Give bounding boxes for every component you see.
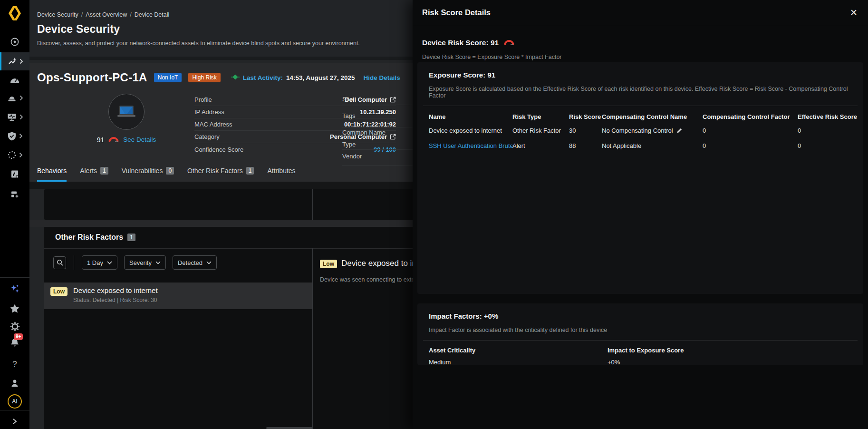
risk-factor-title: Device exposed to internet <box>73 286 158 294</box>
status-dropdown[interactable]: Detected <box>173 255 217 270</box>
table-divider <box>423 340 858 341</box>
tab-label: Alerts <box>80 167 97 175</box>
exposure-table-row: Device exposed to internet Other Risk Fa… <box>417 123 863 138</box>
device-name: Ops-Support-PC-1A <box>37 71 147 84</box>
sparkles-icon <box>9 283 20 294</box>
tab-alerts[interactable]: Alerts 1 <box>80 167 108 182</box>
sidebar-item-workflow[interactable] <box>0 146 29 164</box>
sidebar-item-settings[interactable] <box>0 318 29 335</box>
device-security-app: 9+ ? AI Device Security Asset Overview D… <box>0 0 868 429</box>
search-button[interactable] <box>53 256 66 269</box>
last-activity-label: Last Activity: <box>243 74 283 81</box>
tab-vulnerabilities[interactable]: Vulnerabilities 0 <box>122 167 174 182</box>
tab-behaviors[interactable]: Behaviors <box>37 167 67 182</box>
column-header: Risk Score <box>569 113 602 120</box>
sidebar-item-discover[interactable] <box>0 33 29 50</box>
star-icon <box>10 303 20 313</box>
field-label: MAC Address <box>194 121 232 128</box>
breadcrumb-device-detail[interactable]: Device Detail <box>135 11 170 18</box>
column-header: Impact to Exposure Score <box>608 347 858 354</box>
risk-factor-list-item[interactable]: Low Device exposed to internet Status: D… <box>44 283 312 309</box>
blocks-plus-icon <box>10 189 19 199</box>
shield-check-icon <box>7 131 17 141</box>
monitor-pulse-icon <box>7 112 17 122</box>
sidebar-item-ai-copilot[interactable] <box>0 280 29 297</box>
chevron-right-icon <box>19 152 23 158</box>
table-divider <box>423 106 858 106</box>
horizontal-scrollbar[interactable] <box>266 427 312 429</box>
non-iot-badge: Non IoT <box>154 73 182 82</box>
tab-label: Vulnerabilities <box>122 167 163 175</box>
impact-factors-description: Impact Factor is associated with the cri… <box>417 320 863 333</box>
tab-label: Attributes <box>267 167 295 175</box>
field-label-vendor: Vendor <box>342 153 362 160</box>
impact-table-header: Asset Criticality Impact to Exposure Sco… <box>417 344 863 356</box>
compensating-control-name: Not Applicable <box>602 142 703 149</box>
section-count-badge: 1 <box>127 234 135 241</box>
sidebar-item-ai-profile[interactable]: AI <box>0 393 29 410</box>
risk-gauge-icon <box>108 136 119 144</box>
see-details-link[interactable]: See Details <box>123 136 156 143</box>
sidebar-item-dashboard[interactable] <box>0 71 29 88</box>
sidebar-item-reports[interactable] <box>0 166 29 183</box>
tab-count-badge: 0 <box>166 167 174 175</box>
exposure-table-row: SSH User Authentication Brute... Alert 8… <box>417 138 863 153</box>
sidebar: 9+ ? AI <box>0 0 29 429</box>
impact-factors-card: Impact Factors: +0% Impact Factor is ass… <box>417 303 863 365</box>
filter-row: 1 Day Severity Detected <box>53 255 217 270</box>
radar-icon <box>10 37 20 47</box>
field-label-site: Site <box>342 96 353 103</box>
sidebar-item-device-security[interactable] <box>0 52 29 70</box>
field-label: Confidence Score <box>194 146 243 153</box>
bell-icon: 9+ <box>10 338 19 348</box>
tab-count-badge: 1 <box>100 167 108 175</box>
sidebar-item-favorites[interactable] <box>0 300 29 317</box>
risk-factor-status: Status: Detected | Risk Score: 30 <box>73 297 158 303</box>
chevron-down-icon <box>107 261 112 264</box>
risk-name: Device exposed to internet <box>429 127 512 134</box>
exposure-table-header: Name Risk Type Risk Score Compensating C… <box>417 110 863 123</box>
laptop-image <box>116 105 137 119</box>
edit-pencil-icon[interactable] <box>676 127 683 134</box>
sidebar-item-integrations[interactable] <box>0 185 29 203</box>
chevron-down-icon <box>206 261 212 264</box>
chevron-right-icon <box>12 418 17 425</box>
device-risk-score-line: Device Risk Score: 91 <box>422 39 868 47</box>
sidebar-item-help[interactable]: ? <box>0 356 29 373</box>
sidebar-item-alerts[interactable] <box>0 89 29 107</box>
dropdown-value: Severity <box>129 259 152 266</box>
column-header: Effective Risk Score <box>798 113 858 120</box>
breadcrumb-device-security[interactable]: Device Security <box>37 11 83 18</box>
impact-to-exposure-score: +0% <box>608 359 858 366</box>
close-icon[interactable]: ✕ <box>850 8 858 17</box>
notification-count-badge: 9+ <box>14 333 23 340</box>
sidebar-item-monitor[interactable] <box>0 108 29 126</box>
tab-other-risk-factors[interactable]: Other Risk Factors 1 <box>187 167 254 182</box>
column-header: Compensating Control Factor <box>703 113 798 120</box>
sidebar-item-notifications[interactable]: 9+ <box>0 334 29 351</box>
risk-type: Other Risk Factor <box>512 127 569 134</box>
severity-dropdown[interactable]: Severity <box>124 255 166 270</box>
filter-separator <box>74 255 74 270</box>
field-label: Category <box>194 133 220 140</box>
column-header: Risk Type <box>512 113 569 120</box>
sidebar-divider <box>0 410 29 410</box>
breadcrumb-asset-overview[interactable]: Asset Overview <box>86 11 131 18</box>
gear-icon <box>10 322 20 332</box>
time-range-dropdown[interactable]: 1 Day <box>82 255 117 270</box>
tab-label: Other Risk Factors <box>187 167 243 175</box>
online-status-icon <box>231 74 240 81</box>
risk-name-link[interactable]: SSH User Authentication Brute... <box>429 142 512 149</box>
overlay-title: Risk Score Details <box>422 8 491 17</box>
tab-attributes[interactable]: Attributes <box>267 167 295 182</box>
last-activity: Last Activity: 14:53, August 27, 2025 <box>231 74 355 81</box>
report-icon <box>10 169 19 179</box>
sidebar-expand-button[interactable] <box>0 413 29 429</box>
siren-icon <box>7 93 17 103</box>
sidebar-item-account[interactable] <box>0 375 29 392</box>
brand-logo-icon[interactable] <box>6 5 23 22</box>
avatar: AI <box>8 394 22 409</box>
field-label-tags: Tags <box>342 112 355 119</box>
sidebar-item-protection[interactable] <box>0 127 29 145</box>
severity-badge: Low <box>50 287 68 296</box>
